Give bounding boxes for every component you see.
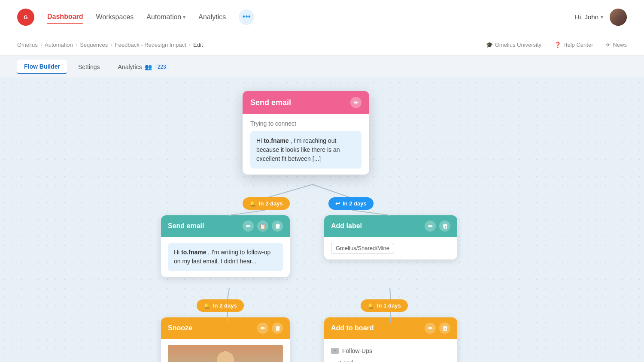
help-circle-icon: ❓	[554, 42, 561, 48]
top-nav: G Dashboard Workspaces Automation ▾ Anal…	[0, 0, 644, 34]
bc-gmelius[interactable]: Gmelius	[17, 42, 38, 48]
tab-analytics[interactable]: Analytics 👥 223	[111, 60, 176, 74]
logo[interactable]: G	[17, 9, 34, 26]
send-email-preview: Hi to.fname , I'm writing to follow-up o…	[168, 243, 283, 271]
breadcrumb-bar: Gmelius › Automation › Sequences › Feedb…	[0, 34, 644, 56]
delay-badge-top-right: ↩ In 2 days	[328, 197, 374, 210]
snooze-image	[168, 345, 283, 362]
graduation-cap-icon: 🎓	[486, 42, 493, 48]
popup-email-preview: Hi to.fname , I'm reaching out because i…	[250, 131, 361, 169]
send-email-edit-icon[interactable]: ✏	[243, 220, 254, 232]
add-board-delete-icon[interactable]: 🗑	[439, 323, 450, 334]
news-link[interactable]: ✈ News	[606, 42, 627, 48]
snooze-header: Snooze ✏ 🗑	[161, 317, 290, 339]
card-send-email: Send email ✏ 📋 🗑 Hi to.fname , I'm writi…	[161, 215, 290, 277]
card-add-label: Add label ✏ 🗑 Gmelius/Shared/Mine	[324, 215, 457, 259]
help-center-link[interactable]: ❓ Help Center	[554, 42, 593, 48]
tab-settings[interactable]: Settings	[71, 60, 107, 74]
card-snooze: Snooze ✏ 🗑	[161, 317, 290, 362]
popup-header: Send email ✏	[243, 91, 369, 114]
arrow-left-icon: ↩	[335, 200, 340, 207]
nav-more[interactable]: •••	[239, 9, 254, 25]
popup-subtitle: Trying to connect	[250, 120, 361, 127]
board-item-lead: ↦ Lead	[331, 357, 450, 362]
svg-line-2	[265, 184, 313, 198]
nav-right: Hi, John ▾	[575, 9, 627, 26]
people-icon: 👥	[145, 63, 152, 70]
clock-icon-tl: 🔔	[249, 200, 256, 207]
gmelius-university-link[interactable]: 🎓 Gmelius University	[486, 42, 541, 48]
send-email-fname: to.fname	[181, 249, 206, 256]
popup-edit-icon[interactable]: ✏	[350, 97, 361, 108]
user-greeting[interactable]: Hi, John ▾	[575, 13, 603, 21]
board-icon-followups: ≡	[331, 348, 339, 354]
popup-fname: to.fname	[264, 137, 289, 144]
snooze-body	[161, 339, 290, 362]
nav-dashboard[interactable]: Dashboard	[47, 11, 83, 24]
svg-text:G: G	[24, 14, 27, 20]
card-add-board: Add to board ✏ 🗑 ≡ Follow-Ups ↦ Lead	[324, 317, 457, 362]
arrow-icon-lead: ↦	[331, 359, 336, 362]
avatar[interactable]	[610, 9, 627, 26]
analytics-badge: 223	[155, 63, 169, 70]
send-email-body: Hi to.fname , I'm writing to follow-up o…	[161, 237, 290, 277]
add-board-body: ≡ Follow-Ups ↦ Lead	[324, 339, 457, 362]
popup-send-email: Send email ✏ Trying to connect Hi to.fna…	[243, 91, 369, 175]
bc-feedback[interactable]: Feedback - Redesign Impact	[115, 42, 186, 48]
svg-line-6	[228, 288, 229, 299]
bc-sequences[interactable]: Sequences	[80, 42, 108, 48]
automation-chevron: ▾	[183, 14, 185, 20]
clock-icon-br: 🔔	[368, 302, 374, 309]
add-label-body: Gmelius/Shared/Mine	[324, 237, 457, 259]
flow-canvas: Send email ✏ Trying to connect Hi to.fna…	[0, 78, 644, 362]
add-label-header: Add label ✏ 🗑	[324, 215, 457, 237]
snooze-edit-icon[interactable]: ✏	[257, 323, 268, 334]
clock-icon-bl: 🔔	[204, 302, 210, 309]
svg-line-4	[229, 210, 265, 215]
nav-analytics[interactable]: Analytics	[198, 11, 226, 23]
delay-badge-top-left: 🔔 In 2 days	[243, 197, 290, 210]
board-item-followups: ≡ Follow-Ups	[331, 345, 450, 357]
bc-edit[interactable]: Edit	[193, 42, 203, 48]
snooze-delete-icon[interactable]: 🗑	[272, 323, 283, 334]
user-chevron: ▾	[601, 14, 603, 20]
tab-flow-builder[interactable]: Flow Builder	[17, 60, 67, 74]
send-email-header: Send email ✏ 📋 🗑	[161, 215, 290, 237]
label-tag: Gmelius/Shared/Mine	[331, 243, 394, 253]
popup-body: Trying to connect Hi to.fname , I'm reac…	[243, 114, 369, 175]
sub-tabs: Flow Builder Settings Analytics 👥 223	[0, 56, 644, 78]
delay-badge-bottom-right: 🔔 In 1 days	[361, 299, 408, 312]
add-board-edit-icon[interactable]: ✏	[425, 323, 436, 334]
bc-automation[interactable]: Automation	[45, 42, 73, 48]
add-label-delete-icon[interactable]: 🗑	[439, 220, 450, 232]
nav-workspaces[interactable]: Workspaces	[96, 11, 134, 23]
svg-line-3	[313, 184, 352, 198]
add-label-edit-icon[interactable]: ✏	[425, 220, 436, 232]
add-board-header: Add to board ✏ 🗑	[324, 317, 457, 339]
breadcrumb-right-links: 🎓 Gmelius University ❓ Help Center ✈ New…	[486, 42, 627, 48]
send-icon: ✈	[606, 42, 611, 48]
nav-items: Dashboard Workspaces Automation ▾ Analyt…	[47, 9, 575, 25]
svg-line-5	[352, 210, 390, 215]
send-email-delete-icon[interactable]: 🗑	[272, 220, 283, 232]
svg-line-7	[390, 288, 391, 299]
delay-badge-bottom-left: 🔔 In 2 days	[197, 299, 244, 312]
send-email-template-icon[interactable]: 📋	[257, 220, 268, 232]
nav-automation[interactable]: Automation ▾	[146, 11, 185, 23]
